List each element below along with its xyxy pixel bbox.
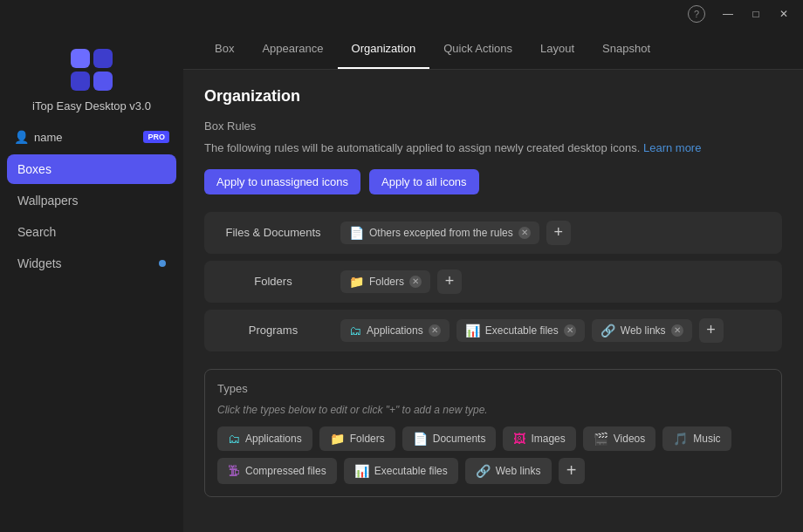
type-weblinks[interactable]: 🔗 Web links — [465, 458, 552, 484]
type-images[interactable]: 🖼 Images — [503, 426, 575, 451]
add-files-btn[interactable]: + — [546, 221, 571, 245]
type-weblinks-label: Web links — [496, 465, 541, 477]
tab-quick-actions[interactable]: Quick Actions — [429, 28, 526, 69]
types-grid: 🗂 Applications 📁 Folders 📄 Documents 🖼 I… — [217, 426, 769, 484]
tag-folders[interactable]: 📁 Folders ✕ — [340, 270, 430, 293]
tab-snapshot[interactable]: Snapshot — [588, 28, 664, 69]
type-compressed[interactable]: 🗜 Compressed files — [217, 458, 337, 484]
sidebar-item-widgets[interactable]: Widgets — [7, 249, 176, 278]
type-music-icon: 🎵 — [673, 432, 688, 446]
type-images-icon: 🖼 — [513, 432, 525, 446]
help-button[interactable]: ? — [688, 5, 705, 23]
close-button[interactable]: ✕ — [772, 5, 796, 23]
type-applications[interactable]: 🗂 Applications — [217, 426, 312, 451]
type-executable-label: Executable files — [374, 465, 448, 477]
rule-label-folders: Folders — [216, 275, 330, 288]
tab-layout[interactable]: Layout — [526, 28, 588, 69]
rule-label-programs: Programs — [216, 324, 330, 337]
widgets-label: Widgets — [17, 256, 62, 270]
tag-applications-close[interactable]: ✕ — [429, 324, 441, 337]
weblinks-icon: 🔗 — [601, 324, 615, 338]
type-weblinks-icon: 🔗 — [476, 464, 491, 478]
app-name: iTop Easy Desktop v3.0 — [32, 99, 151, 113]
tag-applications-label: Applications — [367, 324, 423, 337]
tag-executable[interactable]: 📊 Executable files ✕ — [456, 319, 585, 342]
sidebar-item-search[interactable]: Search — [7, 217, 176, 247]
rules-list: Files & Documents 📄 Others excepted from… — [204, 212, 782, 351]
type-videos[interactable]: 🎬 Videos — [583, 426, 655, 451]
type-executable[interactable]: 📊 Executable files — [344, 458, 458, 484]
sidebar-nav: Boxes Wallpapers Search Widgets — [0, 154, 183, 278]
type-documents-icon: 📄 — [413, 432, 428, 446]
apply-unassigned-button[interactable]: Apply to unassigned icons — [204, 169, 360, 194]
rule-tags-programs: 🗂 Applications ✕ 📊 Executable files ✕ 🔗 … — [340, 318, 770, 343]
description: The following rules will be automaticall… — [204, 140, 782, 157]
tag-executable-close[interactable]: ✕ — [564, 324, 576, 337]
type-music-label: Music — [693, 433, 720, 445]
rule-tags-files: 📄 Others excepted from the rules ✕ + — [340, 221, 770, 245]
apply-all-button[interactable]: Apply to all icons — [369, 169, 479, 194]
page-title: Organization — [204, 87, 782, 106]
logo-sq1 — [71, 49, 90, 68]
rule-tags-folders: 📁 Folders ✕ + — [340, 269, 770, 294]
tag-weblinks-close[interactable]: ✕ — [671, 324, 683, 337]
tag-folders-close[interactable]: ✕ — [409, 276, 422, 288]
type-compressed-icon: 🗜 — [228, 464, 240, 478]
pro-badge: PRO — [143, 131, 169, 143]
logo-sq2 — [93, 49, 113, 68]
tag-weblinks[interactable]: 🔗 Web links ✕ — [592, 319, 692, 342]
tag-others-label: Others excepted from the rules — [369, 227, 513, 239]
types-description: Click the types below to edit or click "… — [217, 404, 769, 416]
search-label: Search — [17, 225, 56, 239]
types-add-button[interactable]: + — [559, 458, 585, 484]
tab-appearance[interactable]: Appearance — [248, 28, 337, 69]
types-box: Types Click the types below to edit or c… — [204, 369, 782, 497]
title-bar: ? — □ ✕ — [0, 0, 803, 28]
app-body: iTop Easy Desktop v3.0 👤 name PRO Boxes … — [0, 28, 803, 532]
app-logo-area: iTop Easy Desktop v3.0 — [0, 42, 183, 126]
learn-more-link[interactable]: Learn more — [643, 141, 701, 154]
sidebar-item-wallpapers[interactable]: Wallpapers — [7, 186, 176, 215]
executable-icon: 📊 — [465, 324, 480, 338]
user-name: name — [34, 131, 63, 144]
user-row: 👤 name PRO — [0, 126, 183, 147]
box-rules-label: Box Rules — [204, 119, 782, 133]
add-programs-btn[interactable]: + — [699, 318, 724, 343]
type-compressed-label: Compressed files — [245, 465, 326, 477]
add-folders-btn[interactable]: + — [437, 269, 462, 294]
user-icon: 👤 — [14, 130, 29, 144]
type-documents-label: Documents — [433, 433, 486, 445]
others-icon: 📄 — [349, 226, 364, 240]
tab-bar: Box Appearance Organization Quick Action… — [183, 28, 803, 70]
main-content: Box Appearance Organization Quick Action… — [183, 28, 803, 532]
type-folders[interactable]: 📁 Folders — [319, 426, 395, 451]
tab-box[interactable]: Box — [201, 28, 248, 69]
rule-row-files: Files & Documents 📄 Others excepted from… — [204, 212, 782, 254]
content-area: Organization Box Rules The following rul… — [183, 70, 803, 532]
maximize-button[interactable]: □ — [744, 5, 768, 23]
tag-others-close[interactable]: ✕ — [518, 227, 531, 239]
type-documents[interactable]: 📄 Documents — [402, 426, 497, 451]
type-images-label: Images — [531, 433, 565, 445]
app-logo-icon — [71, 49, 113, 91]
type-folders-icon: 📁 — [330, 432, 345, 446]
sidebar-item-boxes[interactable]: Boxes — [7, 154, 176, 184]
type-videos-label: Videos — [614, 433, 645, 445]
tag-folders-label: Folders — [369, 276, 404, 288]
wallpapers-label: Wallpapers — [17, 194, 79, 208]
logo-sq4 — [93, 72, 113, 91]
type-applications-label: Applications — [245, 433, 302, 445]
tag-applications[interactable]: 🗂 Applications ✕ — [340, 319, 450, 342]
tag-weblinks-label: Web links — [621, 324, 666, 337]
widgets-dot — [159, 260, 166, 267]
type-executable-icon: 📊 — [354, 464, 369, 478]
logo-sq3 — [71, 72, 90, 91]
action-buttons: Apply to unassigned icons Apply to all i… — [204, 169, 782, 194]
type-music[interactable]: 🎵 Music — [662, 426, 731, 451]
type-applications-icon: 🗂 — [228, 432, 240, 446]
applications-icon: 🗂 — [349, 324, 361, 338]
minimize-button[interactable]: — — [716, 5, 740, 23]
tag-others[interactable]: 📄 Others excepted from the rules ✕ — [340, 222, 539, 244]
tab-organization[interactable]: Organization — [338, 28, 430, 69]
type-folders-label: Folders — [350, 433, 385, 445]
